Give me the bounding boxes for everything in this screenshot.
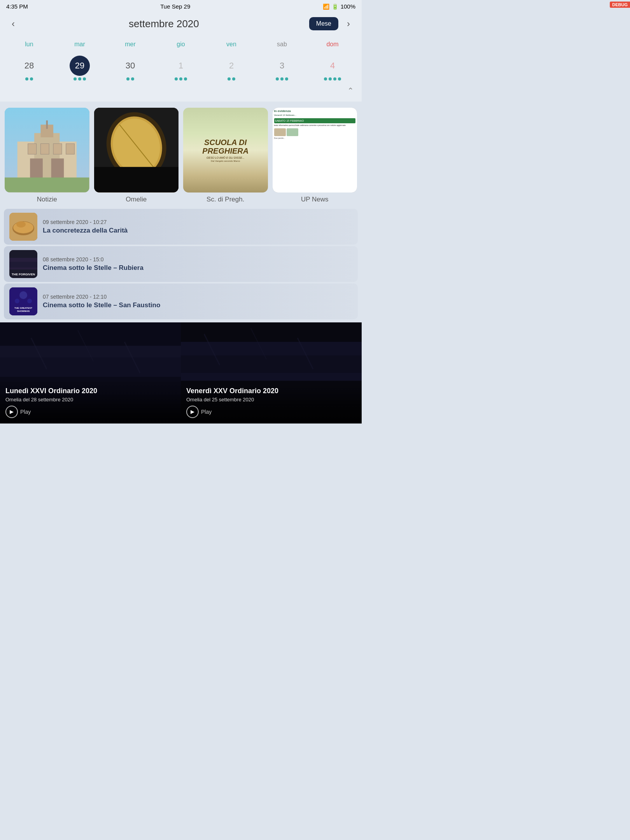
dots-30: [126, 77, 134, 80]
dot: [175, 77, 178, 80]
date-cell-28[interactable]: 28: [4, 53, 54, 83]
dot: [25, 77, 28, 80]
video-card-1[interactable]: Venerdì XXV Ordinario 2020 Omelia del 25…: [181, 322, 362, 424]
category-label-upnews: UP News: [301, 196, 329, 203]
play-button-0[interactable]: ▶: [5, 406, 18, 418]
video-card-0[interactable]: Lunedì XXVI Ordinario 2020 Omelia del 28…: [0, 322, 181, 424]
category-card-omelie[interactable]: Omelie: [94, 108, 179, 203]
next-month-button[interactable]: ›: [343, 17, 354, 31]
date-cell-4[interactable]: 4: [307, 53, 358, 83]
article-thumb-1: THE FORGIVEN: [9, 250, 37, 278]
date-cell-30[interactable]: 30: [105, 53, 156, 83]
dot: [30, 77, 33, 80]
date-num-1: 1: [171, 56, 191, 76]
upnews-body: Venerdì 14 febbraio...: [274, 114, 356, 117]
play-label-0: Play: [20, 409, 31, 415]
dates-row: 28 29 30 1: [0, 52, 362, 84]
wifi-icon: 📶: [323, 4, 329, 10]
day-header-gio: gio: [156, 38, 206, 50]
category-card-notizie[interactable]: Notizie: [5, 108, 89, 203]
category-card-upnews[interactable]: In evidenza Venerdì 14 febbraio... SABAT…: [273, 108, 357, 203]
upnews-highlight: SABATO 15 FEBBRAIO: [274, 118, 356, 123]
date-cell-3[interactable]: 3: [257, 53, 307, 83]
play-label-1: Play: [201, 409, 212, 415]
date-cell-29[interactable]: 29: [54, 53, 105, 83]
dots-3: [276, 77, 288, 80]
battery-icon: 🔋: [332, 4, 338, 10]
status-bar: 4:35 PM Tue Sep 29 📶 🔋 100%: [0, 0, 362, 13]
upnews-photos: [274, 128, 356, 136]
dot: [280, 77, 284, 80]
calendar-header: ‹ settembre 2020 Mese ›: [0, 13, 362, 35]
mese-button[interactable]: Mese: [309, 17, 338, 30]
svg-rect-41: [181, 355, 362, 373]
date-num-29: 29: [70, 56, 90, 76]
article-item-1[interactable]: THE FORGIVEN 08 settembre 2020 - 15:0 Ci…: [4, 246, 358, 282]
category-img-notizie: [5, 108, 89, 192]
bible-image: [94, 108, 179, 192]
battery-percent: 100%: [341, 3, 355, 10]
article-item-0[interactable]: 09 settembre 2020 - 10:27 La concretezza…: [4, 209, 358, 245]
article-title-2: Cinema sotto le Stelle – San Faustino: [43, 301, 352, 309]
date-num-3: 3: [272, 56, 292, 76]
dots-28: [25, 77, 33, 80]
bread-image: [9, 213, 37, 241]
svg-rect-8: [40, 144, 49, 154]
video-grid: Lunedì XXVI Ordinario 2020 Omelia del 28…: [0, 322, 362, 424]
article-thumb-0: [9, 213, 37, 241]
article-title-1: Cinema sotto le Stelle – Rubiera: [43, 264, 352, 272]
day-headers-row: lun mar mer gio ven sab dom: [0, 37, 362, 52]
upnews-footer: Due parole...: [274, 137, 356, 140]
svg-point-29: [27, 299, 32, 303]
day-header-dom: dom: [307, 38, 358, 50]
status-time: 4:35 PM: [6, 3, 28, 10]
svg-rect-17: [94, 167, 179, 192]
upnews-header-text: In evidenza: [274, 109, 356, 113]
svg-text:THE GREATEST: THE GREATEST: [14, 307, 32, 309]
dot: [285, 77, 288, 80]
preghiera-gospel: Dal Vangelo secondo Marco: [211, 160, 240, 162]
svg-rect-4: [46, 121, 48, 129]
forgiven-image: THE FORGIVEN: [9, 250, 37, 278]
date-num-30: 30: [120, 56, 140, 76]
svg-text:SHOWMAN: SHOWMAN: [17, 310, 30, 312]
article-title-0: La concretezza della Carità: [43, 227, 352, 234]
date-num-28: 28: [19, 56, 39, 76]
category-img-upnews: In evidenza Venerdì 14 febbraio... SABAT…: [273, 108, 357, 192]
date-cell-2[interactable]: 2: [206, 53, 257, 83]
upnews-photo-2: [287, 128, 298, 136]
dot: [232, 77, 235, 80]
svg-rect-11: [5, 177, 89, 192]
day-header-mer: mer: [105, 38, 156, 50]
prev-month-button[interactable]: ‹: [8, 17, 19, 31]
play-button-1[interactable]: ▶: [186, 406, 199, 418]
preghiera-sub-text: GESÙ LO AMÒ E GLI DISSE...: [206, 156, 244, 159]
date-num-4: 4: [322, 56, 343, 76]
upnews-photo-1: [274, 128, 286, 136]
dot: [83, 77, 86, 80]
dots-29: [74, 77, 86, 80]
dot: [329, 77, 332, 80]
video-play-row-1: ▶ Play: [186, 406, 356, 418]
category-card-preghiera[interactable]: SCUOLA DIPREGHIERA GESÙ LO AMÒ E GLI DIS…: [183, 108, 268, 203]
dot: [74, 77, 77, 80]
svg-point-27: [19, 291, 27, 299]
article-info-2: 07 settembre 2020 - 12:10 Cinema sotto l…: [43, 294, 352, 309]
category-section: Notizie Omelie: [0, 102, 362, 207]
chevron-up-icon: ⌃: [347, 86, 354, 95]
article-thumb-2: THE GREATEST SHOWMAN: [9, 287, 37, 315]
date-cell-1[interactable]: 1: [156, 53, 206, 83]
article-item-2[interactable]: THE GREATEST SHOWMAN 07 settembre 2020 -…: [4, 284, 358, 319]
dots-2: [228, 77, 235, 80]
article-date-2: 07 settembre 2020 - 12:10: [43, 294, 352, 300]
video-play-row-0: ▶ Play: [5, 406, 175, 418]
dot: [333, 77, 336, 80]
svg-point-28: [15, 299, 19, 303]
collapse-arrow[interactable]: ⌃: [0, 84, 362, 98]
category-img-omelie: [94, 108, 179, 192]
category-img-preghiera: SCUOLA DIPREGHIERA GESÙ LO AMÒ E GLI DIS…: [183, 108, 268, 192]
dots-4: [324, 77, 341, 80]
svg-rect-34: [0, 357, 181, 377]
status-date: Tue Sep 29: [160, 3, 190, 10]
date-num-2: 2: [221, 56, 242, 76]
